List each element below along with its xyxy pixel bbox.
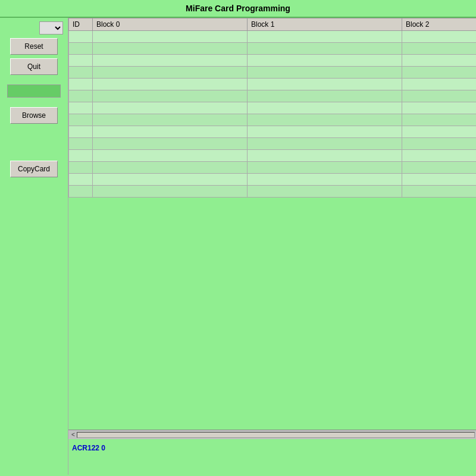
table-cell [69,67,93,79]
table-row[interactable] [69,186,477,198]
table-cell [402,150,477,162]
table-cell [69,162,93,174]
table-cell [69,174,93,186]
table-cell [69,186,93,198]
table-cell [93,150,248,162]
table-row[interactable] [69,102,477,114]
table-cell [248,43,402,55]
table-cell [248,79,402,90]
table-row[interactable] [69,67,477,79]
table-row[interactable] [69,126,477,138]
table-cell [69,90,93,102]
table-row[interactable] [69,162,477,174]
table-cell [402,55,477,67]
table-cell [69,55,93,67]
status-bar: ACR122 0 [68,439,476,475]
table-cell [248,150,402,162]
table-cell [69,138,93,150]
browse-button[interactable]: Browse [10,107,58,124]
device-dropdown[interactable] [39,21,63,35]
table-cell [402,43,477,55]
status-text: ACR122 0 [72,444,105,452]
table-cell [93,31,248,43]
table-body [69,31,477,198]
title-bar: MiFare Card Programming [0,0,476,18]
table-cell [248,174,402,186]
table-cell [69,150,93,162]
table-cell [402,90,477,102]
table-row[interactable] [69,79,477,90]
table-cell [93,79,248,90]
table-row[interactable] [69,55,477,67]
table-row[interactable] [69,90,477,102]
table-cell [402,138,477,150]
table-cell [402,67,477,79]
spacer [5,127,63,157]
col-header-block2: Block 2 [402,18,477,31]
table-row[interactable] [69,43,477,55]
quit-button[interactable]: Quit [10,58,58,75]
table-cell [248,138,402,150]
table-cell [248,162,402,174]
table-cell [93,43,248,55]
table-cell [402,126,477,138]
table-cell [69,31,93,43]
data-table: ID Block 0 Block 1 Block 2 [68,18,476,198]
table-cell [402,162,477,174]
right-panel: ID Block 0 Block 1 Block 2 < ACR122 0 [68,18,476,475]
left-panel: Reset Quit Browse CopyCard [0,18,68,475]
table-cell [93,162,248,174]
col-header-block1: Block 1 [248,18,402,31]
table-cell [93,138,248,150]
file-input-field[interactable] [7,84,61,98]
table-cell [248,114,402,126]
table-cell [93,90,248,102]
table-cell [248,90,402,102]
scroll-left-arrow[interactable]: < [70,431,77,438]
col-header-id: ID [69,18,93,31]
table-cell [69,79,93,90]
table-cell [248,126,402,138]
table-cell [69,126,93,138]
table-cell [93,102,248,114]
table-cell [93,126,248,138]
table-cell [248,102,402,114]
table-cell [402,174,477,186]
table-cell [69,43,93,55]
spacer [5,101,63,104]
dropdown-container [5,21,63,35]
data-table-wrapper[interactable]: ID Block 0 Block 1 Block 2 [68,18,476,430]
table-cell [402,31,477,43]
table-row[interactable] [69,31,477,43]
table-cell [248,186,402,198]
table-cell [69,102,93,114]
table-row[interactable] [69,114,477,126]
reset-button[interactable]: Reset [10,38,58,55]
scroll-track[interactable] [77,432,475,438]
table-cell [248,55,402,67]
copy-card-button[interactable]: CopyCard [10,161,58,177]
main-container: Reset Quit Browse CopyCard ID Block 0 Bl… [0,18,476,475]
table-cell [402,186,477,198]
table-cell [69,114,93,126]
table-row[interactable] [69,138,477,150]
table-cell [93,114,248,126]
table-cell [93,186,248,198]
spacer [5,79,63,81]
table-cell [402,114,477,126]
table-cell [402,102,477,114]
table-cell [248,67,402,79]
app-title: MiFare Card Programming [186,4,290,13]
table-cell [93,67,248,79]
table-cell [402,79,477,90]
horizontal-scrollbar[interactable]: < [68,430,476,439]
table-row[interactable] [69,150,477,162]
col-header-block0: Block 0 [93,18,248,31]
table-row[interactable] [69,174,477,186]
table-cell [93,174,248,186]
table-cell [93,55,248,67]
table-cell [248,31,402,43]
